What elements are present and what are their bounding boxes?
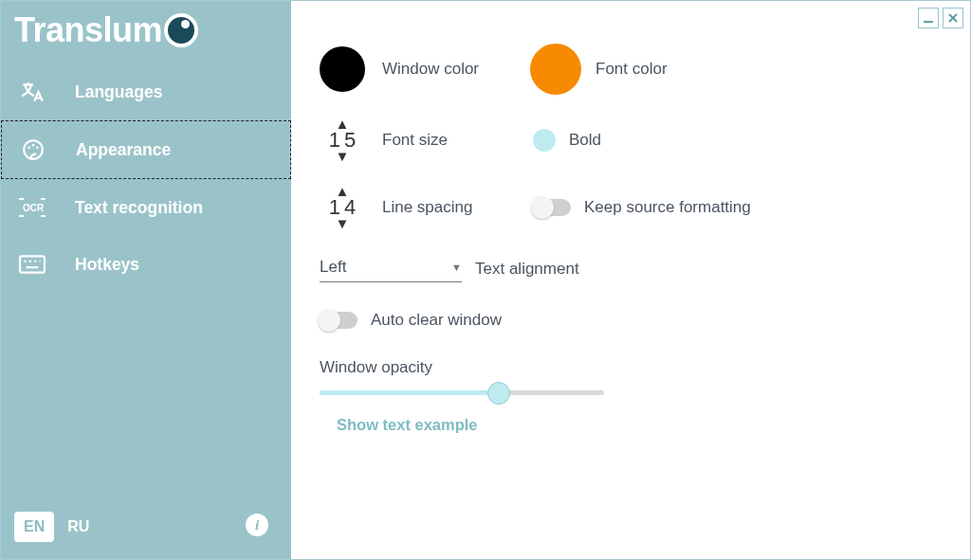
font-size-stepper[interactable]: ▲ 15 ▼: [320, 120, 365, 159]
chevron-down-icon[interactable]: ▼: [336, 220, 350, 227]
minimize-button[interactable]: [918, 8, 939, 28]
window-controls: [918, 8, 963, 28]
line-spacing-stepper[interactable]: ▲ 14 ▼: [320, 188, 365, 226]
text-alignment-label: Text alignment: [475, 260, 579, 279]
main-panel: Window color Font color ▲ 15 ▼ Font size…: [291, 1, 970, 559]
font-size-label: Font size: [382, 131, 448, 150]
bold-checkbox[interactable]: [533, 129, 556, 152]
ui-language-switch: EN RU: [14, 512, 93, 542]
palette-icon: [19, 138, 47, 161]
auto-clear-label: Auto clear window: [371, 311, 502, 330]
opacity-slider-thumb[interactable]: [487, 382, 510, 405]
font-color-label: Font color: [595, 60, 668, 79]
opacity-slider[interactable]: [320, 390, 604, 395]
svg-point-1: [27, 147, 30, 150]
chevron-down-icon[interactable]: ▼: [336, 153, 350, 160]
sidebar-item-label: Hotkeys: [75, 255, 139, 275]
sidebar-item-text-recognition[interactable]: OCR Text recognition: [1, 179, 291, 236]
text-alignment-select[interactable]: Left ▼: [320, 255, 462, 282]
logo-icon: [164, 13, 198, 47]
sidebar-item-label: Appearance: [76, 140, 171, 160]
keep-formatting-toggle[interactable]: [533, 199, 571, 216]
sidebar-item-hotkeys[interactable]: Hotkeys: [1, 236, 291, 293]
sidebar: Translum Languages Appearance OCR Tex: [1, 1, 291, 559]
svg-point-3: [36, 147, 39, 150]
svg-point-2: [32, 144, 35, 147]
chevron-up-icon[interactable]: ▲: [336, 120, 350, 128]
app-name: Translum: [14, 10, 162, 50]
lang-option-en[interactable]: EN: [14, 512, 54, 542]
close-button[interactable]: [943, 8, 963, 28]
window-opacity-label: Window opacity: [320, 358, 942, 377]
app-window: Translum Languages Appearance OCR Tex: [0, 0, 971, 560]
keep-formatting-label: Keep source formatting: [584, 198, 751, 217]
auto-clear-toggle[interactable]: [320, 312, 357, 329]
window-color-label: Window color: [382, 60, 479, 79]
sidebar-nav: Languages Appearance OCR Text recognitio…: [1, 63, 291, 293]
sidebar-item-languages[interactable]: Languages: [1, 63, 291, 120]
show-text-example-link[interactable]: Show text example: [337, 416, 942, 434]
ocr-icon: OCR: [18, 196, 46, 219]
keyboard-icon: [18, 253, 46, 276]
opacity-slider-fill: [320, 390, 499, 395]
translate-icon: [18, 81, 46, 103]
sidebar-item-appearance[interactable]: Appearance: [1, 120, 291, 179]
svg-rect-5: [20, 256, 45, 272]
sidebar-item-label: Languages: [75, 82, 162, 102]
chevron-up-icon[interactable]: ▲: [336, 188, 350, 195]
font-color-swatch[interactable]: [533, 46, 578, 92]
caret-down-icon: ▼: [451, 262, 462, 273]
svg-text:OCR: OCR: [23, 203, 45, 213]
svg-point-0: [24, 140, 43, 159]
bold-label: Bold: [569, 131, 601, 150]
line-spacing-label: Line spacing: [382, 198, 472, 217]
app-logo: Translum: [1, 1, 291, 63]
lang-option-ru[interactable]: RU: [64, 512, 93, 542]
info-button[interactable]: i: [246, 514, 268, 536]
window-color-swatch[interactable]: [320, 46, 365, 92]
sidebar-item-label: Text recognition: [75, 198, 203, 218]
text-alignment-value: Left: [320, 258, 346, 277]
